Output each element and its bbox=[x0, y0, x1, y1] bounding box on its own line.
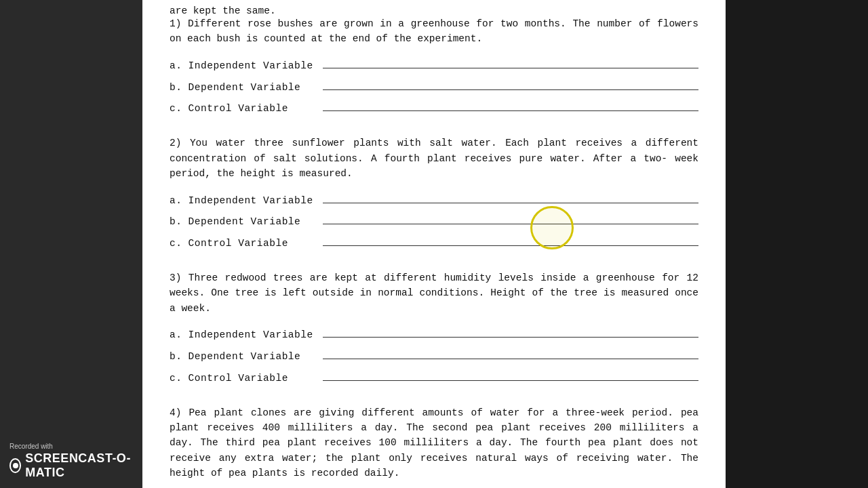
screencast-brand-name: SCREENCAST-O-MATIC bbox=[25, 451, 133, 480]
q3-independent-row: a. Independent Variable bbox=[170, 325, 698, 343]
q3-control-line bbox=[323, 369, 698, 381]
q1-dependent-row: b. Dependent Variable bbox=[170, 78, 698, 96]
q3-body: Three redwood trees are kept at differen… bbox=[170, 272, 698, 314]
q3-number: 3) bbox=[170, 272, 181, 283]
question-3-text: 3) Three redwood trees are kept at diffe… bbox=[170, 270, 698, 316]
recorded-with-label: Recorded with bbox=[9, 443, 133, 450]
q1-dependent-line bbox=[323, 78, 698, 90]
q3-independent-line bbox=[323, 325, 698, 338]
q2-independent-label: a. Independent Variable bbox=[170, 194, 319, 209]
question-1-block: 1) Different rose bushes are grown in a … bbox=[170, 16, 698, 117]
q2-dependent-row: b. Dependent Variable bbox=[170, 212, 698, 230]
q1-control-line bbox=[323, 99, 698, 111]
q1-independent-line bbox=[323, 56, 698, 68]
top-partial-text: are kept the same. bbox=[142, 0, 726, 16]
q3-independent-label: a. Independent Variable bbox=[170, 328, 319, 343]
q2-body: You water three sunflower plants with sa… bbox=[170, 138, 698, 179]
q3-dependent-label: b. Dependent Variable bbox=[170, 350, 319, 365]
q2-dependent-label: b. Dependent Variable bbox=[170, 215, 319, 230]
question-4-block: 4) Pea plant clones are giving different… bbox=[170, 405, 698, 489]
question-4-text: 4) Pea plant clones are giving different… bbox=[170, 405, 698, 481]
question-2-block: 2) You water three sunflower plants with… bbox=[170, 136, 698, 251]
q1-number: 1) bbox=[170, 18, 181, 29]
q2-control-label: c. Control Variable bbox=[170, 237, 319, 251]
q2-control-row: c. Control Variable bbox=[170, 234, 698, 251]
document-content: 1) Different rose bushes are grown in a … bbox=[142, 16, 726, 488]
q4-number: 4) bbox=[170, 407, 181, 418]
screencast-logo: SCREENCAST-O-MATIC bbox=[9, 451, 133, 480]
screencast-icon bbox=[9, 458, 21, 473]
q1-independent-row: a. Independent Variable bbox=[170, 56, 698, 74]
question-3-block: 3) Three redwood trees are kept at diffe… bbox=[170, 270, 698, 386]
q2-number: 2) bbox=[170, 138, 181, 148]
q1-body: Different rose bushes are grown in a gre… bbox=[170, 18, 698, 44]
screencast-branding: Recorded with SCREENCAST-O-MATIC bbox=[0, 434, 142, 488]
q2-control-line bbox=[323, 234, 698, 246]
q4-body: Pea plant clones are giving different am… bbox=[170, 407, 698, 479]
question-1-text: 1) Different rose bushes are grown in a … bbox=[170, 16, 698, 47]
q2-dependent-line bbox=[323, 212, 698, 224]
q1-control-row: c. Control Variable bbox=[170, 99, 698, 117]
q1-control-label: c. Control Variable bbox=[170, 102, 319, 117]
q3-dependent-row: b. Dependent Variable bbox=[170, 347, 698, 365]
q3-dependent-line bbox=[323, 347, 698, 359]
left-sidebar: Recorded with SCREENCAST-O-MATIC bbox=[0, 0, 142, 488]
q2-independent-row: a. Independent Variable bbox=[170, 191, 698, 209]
q2-independent-line bbox=[323, 191, 698, 203]
screencast-dot bbox=[13, 463, 18, 468]
right-sidebar bbox=[726, 0, 868, 488]
partial-line: are kept the same. bbox=[170, 5, 276, 16]
document-area: are kept the same. 1) Different rose bus… bbox=[142, 0, 726, 488]
q3-control-label: c. Control Variable bbox=[170, 371, 319, 386]
q3-control-row: c. Control Variable bbox=[170, 369, 698, 386]
q1-independent-label: a. Independent Variable bbox=[170, 59, 319, 74]
question-2-text: 2) You water three sunflower plants with… bbox=[170, 136, 698, 181]
q1-dependent-label: b. Dependent Variable bbox=[170, 81, 319, 96]
